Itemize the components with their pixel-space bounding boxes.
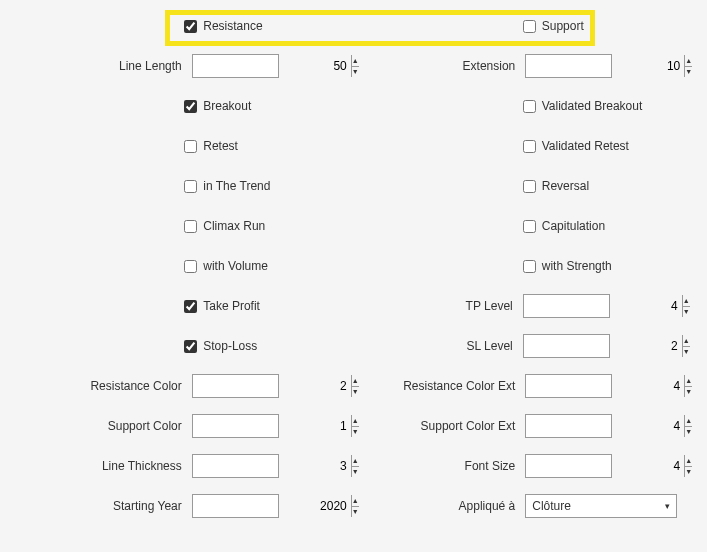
line-length-field[interactable]: ▲ ▼ (192, 54, 279, 78)
font-size-input[interactable] (526, 455, 684, 477)
stop-loss-checkbox[interactable]: Stop-Loss (184, 339, 257, 353)
chevron-down-icon[interactable]: ▼ (684, 67, 692, 78)
capitulation-checkbox[interactable]: Capitulation (523, 219, 605, 233)
extension-field[interactable]: ▲ ▼ (525, 54, 612, 78)
chevron-down-icon[interactable]: ▼ (682, 307, 690, 318)
font-size-label: Font Size (354, 459, 526, 473)
line-length-label: Line Length (20, 59, 192, 73)
line-length-input[interactable] (193, 55, 351, 77)
highlight-box (165, 10, 595, 46)
support-color-ext-field[interactable]: ▲▼ (525, 414, 612, 438)
sl-level-input[interactable] (524, 335, 682, 357)
chevron-up-icon[interactable]: ▲ (682, 335, 690, 347)
chevron-down-icon[interactable]: ▼ (682, 347, 690, 358)
validated-breakout-checkbox[interactable]: Validated Breakout (523, 99, 643, 113)
chevron-down-icon[interactable]: ▼ (684, 467, 692, 478)
in-the-trend-checkbox[interactable]: in The Trend (184, 179, 270, 193)
sl-level-field[interactable]: ▲▼ (523, 334, 610, 358)
retest-checkbox[interactable]: Retest (184, 139, 238, 153)
tp-level-field[interactable]: ▲▼ (523, 294, 610, 318)
chevron-up-icon[interactable]: ▲ (684, 415, 692, 427)
starting-year-input[interactable] (193, 495, 351, 517)
line-thickness-field[interactable]: ▲▼ (192, 454, 279, 478)
chevron-down-icon[interactable]: ▼ (684, 427, 692, 438)
starting-year-field[interactable]: ▲▼ (192, 494, 279, 518)
support-color-label: Support Color (20, 419, 192, 433)
chevron-down-icon[interactable]: ▼ (684, 387, 692, 398)
extension-label: Extension (354, 59, 526, 73)
support-color-ext-input[interactable] (526, 415, 684, 437)
resistance-color-field[interactable]: ▲▼ (192, 374, 279, 398)
validated-retest-checkbox[interactable]: Validated Retest (523, 139, 629, 153)
applied-to-select[interactable]: Clôture ▾ (525, 494, 677, 518)
breakout-checkbox[interactable]: Breakout (184, 99, 251, 113)
support-color-input[interactable] (193, 415, 351, 437)
resistance-color-ext-label: Resistance Color Ext (354, 379, 526, 393)
chevron-up-icon[interactable]: ▲ (684, 55, 692, 67)
font-size-field[interactable]: ▲▼ (525, 454, 612, 478)
tp-level-input[interactable] (524, 295, 682, 317)
sl-level-label: SL Level (349, 339, 523, 353)
resistance-color-label: Resistance Color (20, 379, 192, 393)
resistance-color-input[interactable] (193, 375, 351, 397)
applied-to-value: Clôture (526, 499, 658, 513)
chevron-up-icon[interactable]: ▲ (682, 295, 690, 307)
resistance-color-ext-field[interactable]: ▲▼ (525, 374, 612, 398)
support-color-ext-label: Support Color Ext (354, 419, 526, 433)
tp-level-label: TP Level (349, 299, 523, 313)
with-volume-checkbox[interactable]: with Volume (184, 259, 268, 273)
starting-year-label: Starting Year (20, 499, 192, 513)
support-color-field[interactable]: ▲▼ (192, 414, 279, 438)
line-thickness-input[interactable] (193, 455, 351, 477)
with-strength-checkbox[interactable]: with Strength (523, 259, 612, 273)
chevron-up-icon[interactable]: ▲ (684, 455, 692, 467)
resistance-color-ext-input[interactable] (526, 375, 684, 397)
line-thickness-label: Line Thickness (20, 459, 192, 473)
applied-to-label: Appliqué à (354, 499, 526, 513)
reversal-checkbox[interactable]: Reversal (523, 179, 589, 193)
climax-run-checkbox[interactable]: Climax Run (184, 219, 265, 233)
take-profit-checkbox[interactable]: Take Profit (184, 299, 260, 313)
chevron-down-icon[interactable]: ▾ (658, 501, 676, 511)
extension-input[interactable] (526, 55, 684, 77)
chevron-up-icon[interactable]: ▲ (684, 375, 692, 387)
